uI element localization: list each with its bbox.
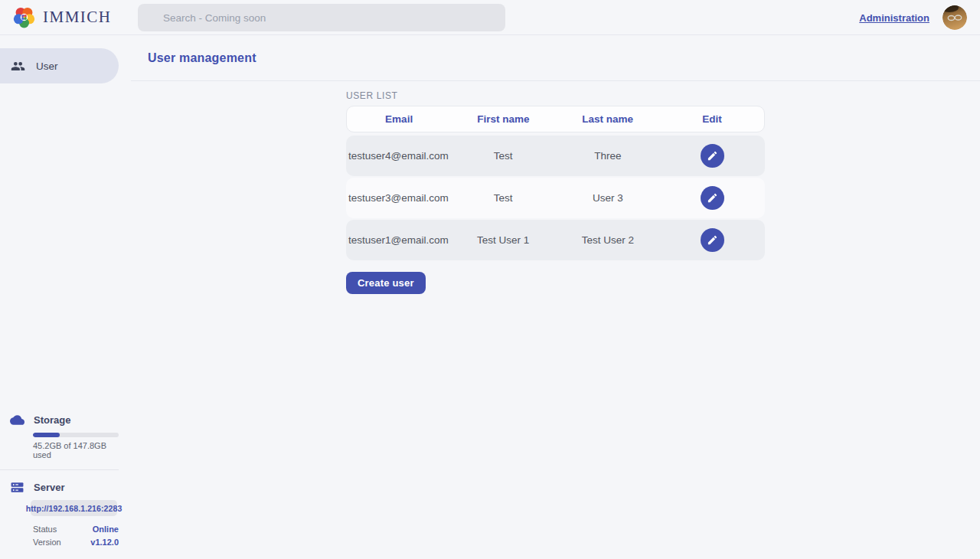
cell-email: testuser4@email.com (346, 150, 451, 162)
main-content: User management USER LIST Email First na… (131, 35, 980, 559)
status-row: Status Online (33, 522, 119, 535)
create-user-button[interactable]: Create user (346, 272, 426, 294)
sidebar-item-label: User (36, 60, 58, 72)
storage-section: Storage 45.2GB of 147.8GB used (0, 413, 119, 459)
server-title: Server (34, 482, 64, 493)
brand-wordmark: IMMICH (43, 8, 112, 27)
edit-user-button[interactable] (701, 228, 724, 252)
cell-last-name: User 3 (556, 192, 661, 204)
edit-user-button[interactable] (701, 186, 724, 210)
cell-first-name: Test (451, 192, 556, 204)
top-navbar: IMMICH Administration (0, 0, 980, 35)
version-value: v1.12.0 (90, 538, 119, 547)
title-bar: User management (131, 35, 980, 81)
cell-last-name: Three (556, 150, 661, 162)
user-table-body: testuser4@email.com Test Three testuser3… (346, 136, 765, 260)
version-row: Version v1.12.0 (33, 535, 119, 548)
sidebar: User Storage 45.2GB of 147.8GB used (0, 35, 131, 559)
user-avatar[interactable] (942, 5, 967, 30)
brand: IMMICH (0, 5, 126, 30)
page-title: User management (148, 51, 256, 65)
table-row: testuser4@email.com Test Three (346, 136, 765, 176)
sidebar-divider (0, 469, 119, 470)
storage-progressbar (33, 433, 119, 437)
storage-title: Storage (34, 414, 70, 426)
col-header-first-name: First name (451, 113, 555, 125)
section-label: USER LIST (346, 90, 765, 101)
storage-progress-fill (33, 433, 60, 437)
storage-usage-text: 45.2GB of 147.8GB used (33, 441, 119, 459)
sidebar-footer: Storage 45.2GB of 147.8GB used (0, 413, 119, 548)
table-row: testuser3@email.com Test User 3 (346, 178, 765, 218)
pencil-icon (707, 150, 718, 162)
user-list-section: USER LIST Email First name Last name Edi… (346, 81, 765, 294)
table-header-row: Email First name Last name Edit (346, 106, 765, 132)
users-icon (11, 59, 25, 74)
col-header-edit: Edit (660, 113, 764, 125)
pencil-icon (707, 234, 718, 246)
cell-first-name: Test (451, 150, 556, 162)
cell-edit (660, 144, 765, 168)
cloud-icon (10, 413, 24, 427)
pencil-icon (707, 192, 718, 204)
server-url-badge: http://192.168.1.216:2283 (31, 500, 117, 516)
immich-logo-icon (11, 5, 37, 30)
cell-email: testuser1@email.com (346, 234, 451, 246)
col-header-email: Email (347, 113, 451, 125)
table-row: testuser1@email.com Test User 1 Test Use… (346, 220, 765, 260)
administration-link[interactable]: Administration (859, 12, 929, 24)
server-icon (10, 480, 24, 495)
cell-last-name: Test User 2 (556, 234, 661, 246)
status-value: Online (93, 525, 119, 534)
edit-user-button[interactable] (701, 144, 724, 168)
cell-edit (660, 186, 765, 210)
cell-edit (660, 228, 765, 252)
col-header-last-name: Last name (556, 113, 660, 125)
version-label: Version (33, 538, 61, 547)
cell-email: testuser3@email.com (346, 192, 451, 204)
navbar-right: Administration (859, 0, 967, 35)
server-section: Server http://192.168.1.216:2283 Status … (0, 480, 119, 548)
search-input[interactable] (138, 4, 505, 31)
cell-first-name: Test User 1 (451, 234, 556, 246)
status-label: Status (33, 525, 57, 534)
sidebar-item-user[interactable]: User (0, 48, 119, 83)
